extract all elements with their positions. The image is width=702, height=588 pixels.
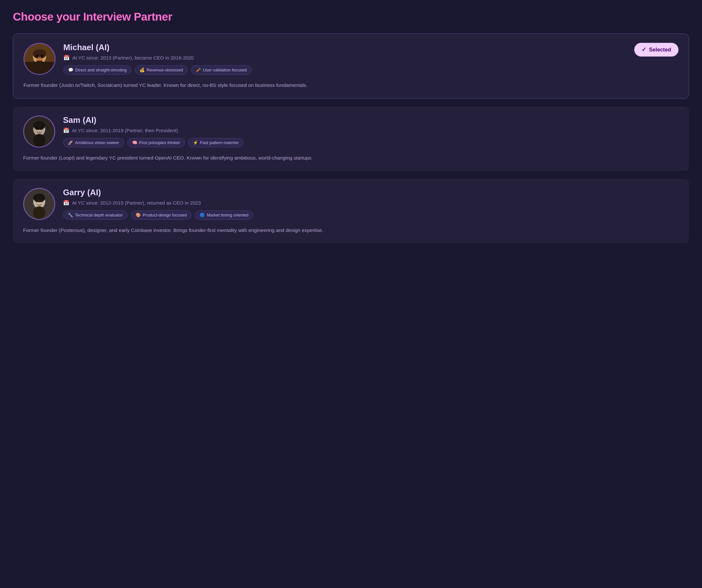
svg-point-12 <box>40 127 43 130</box>
selected-label: Selected <box>649 46 671 53</box>
svg-point-7 <box>37 56 41 59</box>
partner-name-sam: Sam (AI) <box>63 115 679 125</box>
tag-emoji: 💰 <box>139 68 145 72</box>
partner-card-michael[interactable]: Michael (AI) 📅 At YC since: 2013 (Partne… <box>13 33 689 99</box>
tag-label: Direct and straight-shooting <box>75 68 127 72</box>
tag: 💬 Direct and straight-shooting <box>63 65 131 75</box>
card-top: Garry (AI) 📅 At YC since: 2012-2015 (Par… <box>23 188 679 220</box>
svg-point-11 <box>36 127 38 130</box>
partner-tenure-sam: 📅 At YC since: 2011-2019 (Partner, then … <box>63 127 679 133</box>
tag: 🧠 First principles thinker <box>127 138 185 147</box>
calendar-icon: 📅 <box>63 127 70 133</box>
svg-point-10 <box>33 121 45 130</box>
tag-emoji: 🎨 <box>136 213 141 217</box>
card-info-garry: Garry (AI) 📅 At YC since: 2012-2015 (Par… <box>63 188 679 220</box>
card-top: Michael (AI) 📅 At YC since: 2013 (Partne… <box>23 43 679 75</box>
partner-tenure-michael: 📅 At YC since: 2013 (Partner), became CE… <box>63 55 679 61</box>
partner-cards-container: Michael (AI) 📅 At YC since: 2013 (Partne… <box>13 33 689 243</box>
card-info-sam: Sam (AI) 📅 At YC since: 2011-2019 (Partn… <box>63 115 679 147</box>
partner-tenure-garry: 📅 At YC since: 2012-2015 (Partner), retu… <box>63 200 679 206</box>
partner-name-garry: Garry (AI) <box>63 188 679 197</box>
card-description-michael: Former founder (Justin.tv/Twitch, Social… <box>23 81 679 89</box>
tag-label: User validation focused <box>203 68 247 72</box>
tag-emoji: 🥕 <box>196 68 201 72</box>
avatar-michael <box>23 43 55 75</box>
tag-label: Ambitious vision seeker <box>75 140 119 145</box>
tag-label: Product-design focused <box>143 213 187 217</box>
tag: 🔧 Technical depth evaluator <box>63 210 128 220</box>
tag-emoji: 🔵 <box>200 213 205 217</box>
card-description-garry: Former founder (Posterous), designer, an… <box>23 226 679 234</box>
tenure-text: At YC since: 2011-2019 (Partner, then Pr… <box>72 128 178 133</box>
tags-garry: 🔧 Technical depth evaluator 🎨 Product-de… <box>63 210 679 220</box>
tag-emoji: ⚡ <box>193 140 198 145</box>
svg-rect-19 <box>35 199 43 201</box>
tag: 🥕 User validation focused <box>191 65 251 75</box>
tag: 💰 Revenue-obsessed <box>135 65 188 75</box>
tag: 🎨 Product-design focused <box>131 210 192 220</box>
tags-sam: 🚀 Ambitious vision seeker 🧠 First princi… <box>63 138 679 147</box>
card-description-sam: Former founder (Loopt) and legendary YC … <box>23 154 679 162</box>
tag-emoji: 💬 <box>68 68 73 72</box>
partner-card-garry[interactable]: Garry (AI) 📅 At YC since: 2012-2015 (Par… <box>13 179 689 243</box>
svg-rect-6 <box>33 61 46 74</box>
selected-badge: ✓ Selected <box>634 43 679 57</box>
tag: 🚀 Ambitious vision seeker <box>63 138 124 147</box>
avatar-sam <box>23 115 55 148</box>
tag: 🔵 Market timing oriented <box>195 210 253 220</box>
tenure-text: At YC since: 2013 (Partner), became CEO … <box>72 55 194 61</box>
svg-point-4 <box>41 55 43 57</box>
tag: ⚡ Fast pattern matcher <box>188 138 244 147</box>
tags-michael: 💬 Direct and straight-shooting 💰 Revenue… <box>63 65 679 75</box>
tag-label: Revenue-obsessed <box>146 68 183 72</box>
card-info-michael: Michael (AI) 📅 At YC since: 2013 (Partne… <box>63 43 679 75</box>
card-top: Sam (AI) 📅 At YC since: 2011-2019 (Partn… <box>23 115 679 148</box>
tag-emoji: 🔧 <box>68 213 73 217</box>
tag-label: Market timing oriented <box>207 213 248 217</box>
tenure-text: At YC since: 2012-2015 (Partner), return… <box>72 200 201 206</box>
check-icon: ✓ <box>641 46 647 53</box>
calendar-icon: 📅 <box>63 55 70 61</box>
partner-card-sam[interactable]: Sam (AI) 📅 At YC since: 2011-2019 (Partn… <box>13 106 689 171</box>
calendar-icon: 📅 <box>63 200 70 206</box>
tag-label: Fast pattern matcher <box>200 140 239 145</box>
tag-label: Technical depth evaluator <box>75 213 123 217</box>
svg-point-3 <box>36 55 38 57</box>
partner-name-michael: Michael (AI) <box>63 43 679 52</box>
tag-emoji: 🧠 <box>132 140 137 145</box>
tag-emoji: 🚀 <box>68 140 73 145</box>
svg-rect-20 <box>33 206 45 219</box>
page-title: Choose your Interview Partner <box>13 10 689 23</box>
tag-label: First principles thinker <box>139 140 180 145</box>
svg-rect-13 <box>33 134 45 146</box>
avatar-garry <box>23 188 55 220</box>
